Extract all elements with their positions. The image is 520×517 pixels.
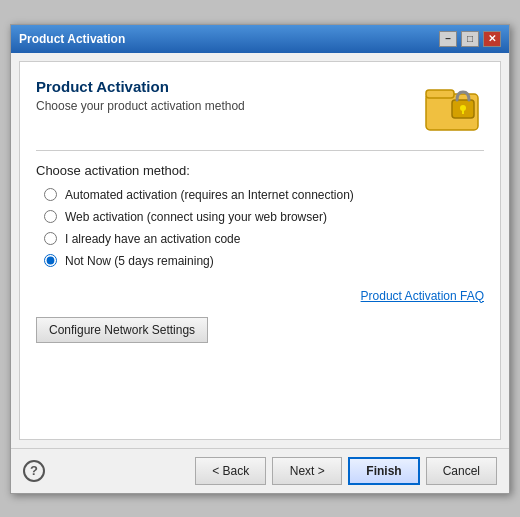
radio-automated-label: Automated activation (requires an Intern… [65,188,354,202]
next-button[interactable]: Next > [272,457,342,485]
finish-button[interactable]: Finish [348,457,419,485]
empty-space [36,343,484,423]
radio-group: Automated activation (requires an Intern… [44,188,484,268]
activation-icon-area [420,78,484,134]
back-button[interactable]: < Back [195,457,266,485]
activation-method-label: Choose activation method: [36,163,484,178]
configure-network-button[interactable]: Configure Network Settings [36,317,208,343]
radio-automated[interactable] [44,188,57,201]
radio-code-label: I already have an activation code [65,232,240,246]
close-button[interactable]: ✕ [483,31,501,47]
svg-rect-4 [462,110,464,114]
footer-buttons: < Back Next > Finish Cancel [195,457,497,485]
page-subtitle: Choose your product activation method [36,99,245,113]
footer: ? < Back Next > Finish Cancel [11,448,509,493]
radio-item-notnow[interactable]: Not Now (5 days remaining) [44,254,484,268]
title-bar: Product Activation – □ ✕ [11,25,509,53]
faq-link[interactable]: Product Activation FAQ [361,289,484,303]
radio-notnow-label: Not Now (5 days remaining) [65,254,214,268]
main-window: Product Activation – □ ✕ Product Activat… [10,24,510,494]
radio-web-label: Web activation (connect using your web b… [65,210,327,224]
page-title: Product Activation [36,78,245,95]
minimize-button[interactable]: – [439,31,457,47]
header-divider [36,150,484,151]
radio-notnow[interactable] [44,254,57,267]
header-text: Product Activation Choose your product a… [36,78,245,113]
help-button[interactable]: ? [23,460,45,482]
cancel-button[interactable]: Cancel [426,457,497,485]
radio-item-automated[interactable]: Automated activation (requires an Intern… [44,188,484,202]
window-title: Product Activation [19,32,125,46]
radio-code[interactable] [44,232,57,245]
faq-section: Product Activation FAQ [36,288,484,303]
header-section: Product Activation Choose your product a… [36,78,484,134]
radio-item-code[interactable]: I already have an activation code [44,232,484,246]
radio-web[interactable] [44,210,57,223]
key-lock-icon [422,80,482,132]
svg-rect-1 [426,90,454,98]
content-area: Product Activation Choose your product a… [19,61,501,440]
maximize-button[interactable]: □ [461,31,479,47]
radio-item-web[interactable]: Web activation (connect using your web b… [44,210,484,224]
window-controls: – □ ✕ [439,31,501,47]
